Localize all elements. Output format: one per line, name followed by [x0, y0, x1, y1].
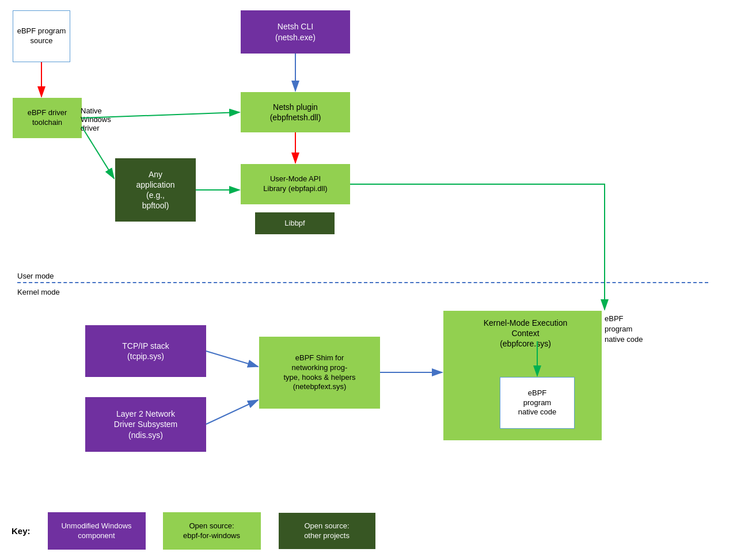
- box-usermode-api: User-Mode APILibrary (ebpfapi.dll): [241, 164, 350, 204]
- box-ebpf-shim: eBPF Shim fornetworking prog-type, hooks…: [259, 337, 380, 409]
- key-box-darkgreen: Open source:other projects: [278, 512, 376, 550]
- box-ebpf-driver: eBPF drivertoolchain: [13, 98, 82, 138]
- box-layer2: Layer 2 NetworkDriver Subsystem(ndis.sys…: [85, 397, 206, 452]
- svg-line-6: [82, 127, 114, 178]
- key-label: Key:: [12, 526, 31, 536]
- box-tcp-ip: TCP/IP stack(tcpip.sys): [85, 325, 206, 377]
- box-libbpf: Libbpf: [255, 212, 335, 235]
- dashed-line: [17, 282, 708, 283]
- svg-line-11: [206, 400, 258, 424]
- arrows-svg: [0, 0, 733, 560]
- key-section: Key: Unmodified Windowscomponent Open so…: [12, 512, 376, 550]
- box-ebpf-source: eBPF program source: [13, 10, 70, 62]
- svg-line-10: [206, 351, 258, 367]
- diagram-container: eBPF program source eBPF drivertoolchain…: [0, 0, 733, 560]
- label-user-mode: User mode: [17, 272, 54, 280]
- key-box-purple: Unmodified Windowscomponent: [48, 512, 146, 550]
- box-ebpf-native-inner: eBPFprogramnative code: [500, 377, 575, 429]
- key-item-darkgreen: Open source:other projects: [278, 512, 376, 550]
- box-any-app: Anyapplication(e.g.,bpftool): [115, 158, 196, 222]
- key-item-lightgreen: Open source:ebpf-for-windows: [163, 512, 261, 550]
- box-netsh-plugin: Netsh plugin(ebpfnetsh.dll): [241, 92, 350, 132]
- label-native-windows: NativeWindowsdriver: [81, 106, 111, 132]
- box-netsh-cli: Netsh CLI(netsh.exe): [241, 10, 350, 54]
- key-item-purple: Unmodified Windowscomponent: [48, 512, 146, 550]
- label-kernel-mode: Kernel mode: [17, 288, 60, 296]
- key-box-lightgreen: Open source:ebpf-for-windows: [163, 512, 261, 550]
- label-ebpf-native-top: eBPFprogramnative code: [605, 314, 643, 345]
